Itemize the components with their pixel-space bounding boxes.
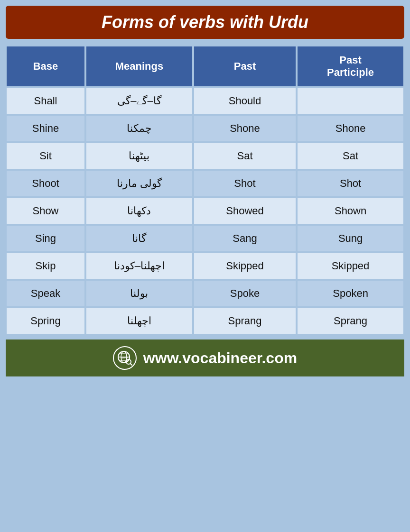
verbs-table: Base Meanings Past PastParticiple Shallگ… [6,46,404,335]
table-row: Shallگا–گے–گیShould [6,87,404,115]
table-row: Shootگولی مارناShotShot [6,170,404,197]
table-row: SitبیٹھناSatSat [6,142,404,170]
table-body: Shallگا–گے–گیShouldShineچمکناShoneShoneS… [6,87,404,335]
cell-base: Sing [6,225,85,252]
cell-meaning: بولنا [85,280,193,307]
table-row: ShowدکھاناShowedShown [6,197,404,225]
table-row: SpringاچھلناSprangSprang [6,307,404,335]
table-row: ShineچمکناShoneShone [6,115,404,142]
cell-past: Spoke [193,280,297,307]
header-past-participle: PastParticiple [297,46,404,87]
cell-past-participle: Sat [297,142,404,170]
footer: www www.vocabineer.com [6,339,404,376]
cell-meaning: چمکنا [85,115,193,142]
cell-past: Should [193,87,297,115]
cell-base: Shall [6,87,85,115]
cell-past: Sprang [193,307,297,335]
cell-base: Shine [6,115,85,142]
cell-meaning: گولی مارنا [85,170,193,197]
cell-past-participle: Shown [297,197,404,225]
cell-meaning: اچھلنا–کودنا [85,252,193,280]
svg-text:www: www [121,356,128,359]
svg-line-6 [130,364,132,365]
globe-search-icon: www [116,349,133,367]
cell-meaning: دکھانا [85,197,193,225]
cell-past-participle: Sung [297,225,404,252]
cell-meaning: گانا [85,225,193,252]
footer-website: www.vocabineer.com [143,349,297,367]
table-header-row: Base Meanings Past PastParticiple [6,46,404,87]
cell-past: Shone [193,115,297,142]
cell-past-participle: Spoken [297,280,404,307]
cell-past: Sang [193,225,297,252]
header-meanings: Meanings [85,46,193,87]
cell-meaning: اچھلنا [85,307,193,335]
cell-past: Showed [193,197,297,225]
cell-base: Speak [6,280,85,307]
cell-base: Spring [6,307,85,335]
website-icon: www [113,346,137,370]
page-wrapper: Forms of verbs with Urdu Base Meanings P… [0,0,410,532]
cell-past: Shot [193,170,297,197]
cell-past-participle: Shone [297,115,404,142]
table-row: Skipاچھلنا–کودناSkippedSkipped [6,252,404,280]
header-past: Past [193,46,297,87]
cell-meaning: بیٹھنا [85,142,193,170]
cell-past: Sat [193,142,297,170]
header-base: Base [6,46,85,87]
cell-base: Shoot [6,170,85,197]
cell-past-participle: Sprang [297,307,404,335]
cell-meaning: گا–گے–گی [85,87,193,115]
page-title: Forms of verbs with Urdu [102,12,308,32]
cell-base: Sit [6,142,85,170]
table-row: SingگاناSangSung [6,225,404,252]
cell-past: Skipped [193,252,297,280]
cell-past-participle [297,87,404,115]
cell-past-participle: Skipped [297,252,404,280]
table-row: SpeakبولناSpokeSpoken [6,280,404,307]
cell-past-participle: Shot [297,170,404,197]
cell-base: Skip [6,252,85,280]
cell-base: Show [6,197,85,225]
title-box: Forms of verbs with Urdu [6,6,404,39]
